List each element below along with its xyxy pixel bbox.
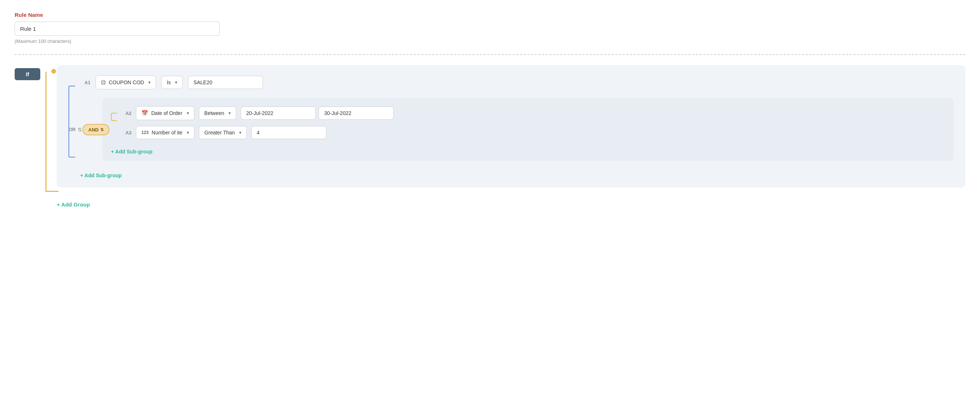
a2-value1-input[interactable]: [240, 106, 316, 120]
subgroup-rows: A2 📅 Date of Order ▾ Between ▾: [111, 106, 945, 139]
add-subgroup-outer-wrap: + Add Sub-group: [80, 167, 954, 179]
and-badge-button[interactable]: AND ⇅: [83, 124, 110, 135]
subgroup-box: AND ⇅ A2 📅 Da: [102, 98, 954, 161]
a1-field-text: COUPON COD: [109, 79, 144, 85]
a2-between-values: [240, 106, 394, 120]
a1-operator-dropdown[interactable]: Is ▾: [161, 76, 183, 89]
add-group-button[interactable]: + Add Group: [57, 202, 90, 208]
row-a1: A1 ⊡ COUPON COD ▾ Is ▾: [80, 75, 954, 89]
chevron-down-icon: ▾: [148, 80, 151, 85]
group-content: A1 ⊡ COUPON COD ▾ Is ▾: [68, 75, 954, 179]
row-a2: A2 📅 Date of Order ▾ Between ▾: [121, 106, 945, 120]
a3-field-text: Number of ite: [152, 130, 182, 135]
a2-label: A2: [121, 111, 132, 116]
add-subgroup-inner-button[interactable]: + Add Sub-group: [111, 149, 152, 154]
rule-name-input[interactable]: [15, 22, 220, 36]
blue-bracket: [68, 86, 75, 157]
or-label: OR: [68, 127, 76, 132]
rule-name-label: Rule Name: [15, 12, 965, 18]
and-label: AND: [88, 127, 99, 132]
or-subgroup-section: OR ⇅ AND ⇅: [88, 98, 954, 161]
add-group-wrap: + Add Group: [57, 193, 965, 208]
a2-operator-dropdown[interactable]: Between ▾: [199, 106, 236, 120]
a3-operator-text: Greater Than: [204, 130, 235, 135]
section-divider: [15, 54, 965, 55]
gold-vertical-line: [45, 72, 46, 192]
or-arrows-icon: ⇅: [78, 127, 82, 133]
a3-operator-dropdown[interactable]: Greater Than ▾: [199, 126, 247, 139]
chevron-down-icon: ▾: [187, 130, 189, 135]
calendar-icon: 📅: [142, 110, 148, 116]
rule-name-section: Rule Name (Maximum 100 characters): [15, 12, 965, 44]
if-badge[interactable]: If: [15, 68, 40, 80]
a2-field-dropdown[interactable]: 📅 Date of Order ▾: [136, 106, 194, 120]
a1-label: A1: [80, 80, 91, 85]
row-a3: A3 123 Number of ite ▾ Greater Than ▾: [121, 126, 945, 139]
a1-value-input[interactable]: [188, 76, 263, 89]
add-subgroup-inner-wrap: + Add Sub-group: [111, 143, 945, 155]
rule-builder: If A1 ⊡ COUPON COD ▾ Is: [15, 65, 965, 208]
chevron-down-icon: ▾: [175, 80, 177, 85]
gold-dot: [51, 69, 56, 74]
group-box: A1 ⊡ COUPON COD ▾ Is ▾: [57, 65, 965, 187]
gold-bottom-line: [45, 191, 59, 192]
a2-operator-text: Between: [204, 110, 224, 116]
or-node: OR ⇅: [68, 127, 82, 133]
and-badge-wrap: AND ⇅: [83, 124, 110, 135]
a1-operator-text: Is: [167, 79, 171, 85]
chevron-down-icon: ▾: [239, 130, 241, 135]
number-icon: 123: [142, 130, 149, 135]
orange-bracket: [111, 113, 117, 121]
chevron-down-icon: ▾: [229, 111, 231, 116]
coupon-icon: ⊡: [101, 79, 106, 86]
and-chevron-icon: ⇅: [100, 127, 103, 132]
a2-field-text: Date of Order: [151, 110, 182, 116]
rule-name-hint: (Maximum 100 characters): [15, 38, 965, 44]
chevron-down-icon: ▾: [187, 111, 189, 116]
main-group: A1 ⊡ COUPON COD ▾ Is ▾: [57, 65, 965, 208]
a3-value-input[interactable]: [251, 126, 326, 139]
a1-field-dropdown[interactable]: ⊡ COUPON COD ▾: [95, 75, 156, 89]
a3-label: A3: [121, 130, 132, 135]
a3-field-dropdown[interactable]: 123 Number of ite ▾: [136, 126, 194, 139]
add-subgroup-outer-button[interactable]: + Add Sub-group: [80, 172, 122, 178]
a2-value2-input[interactable]: [318, 106, 394, 120]
